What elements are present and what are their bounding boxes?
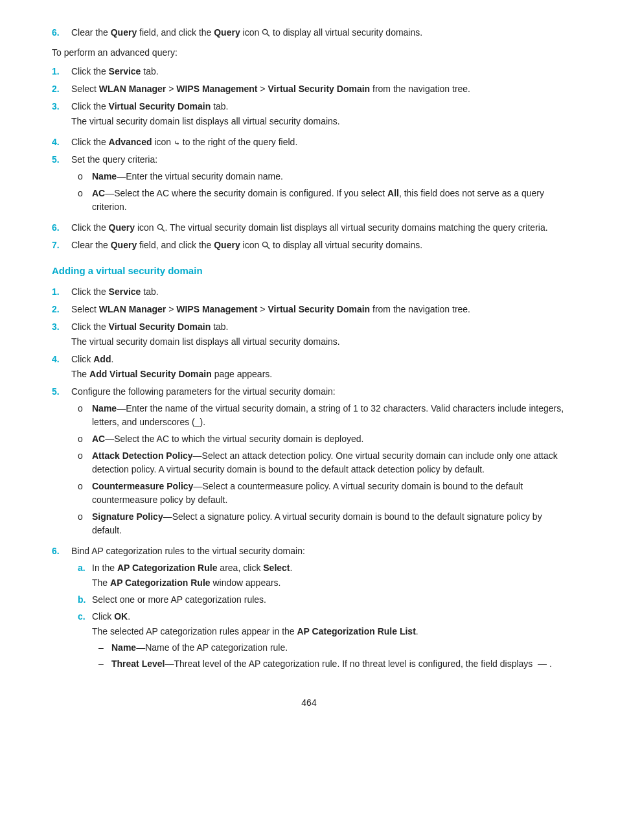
add-step-num-5: 5. (52, 385, 71, 399)
ap-cat-rule-bold-2: AP Categorization Rule (110, 578, 211, 588)
query-bold-1: Query (111, 27, 137, 38)
add-bold: Add (93, 354, 111, 364)
service-bold-1: Service (109, 66, 141, 76)
vsd-bold-2: Virtual Security Domain (268, 304, 370, 314)
add-step-num-6: 6. (52, 544, 71, 558)
adv-step-num-3: 3. (52, 100, 71, 113)
bullet-name-1: o (78, 170, 92, 183)
query-bold-3: Query (109, 222, 135, 233)
ac-bold-1: AC (92, 188, 105, 198)
svg-point-4 (157, 224, 162, 229)
adv-step-2: 2. Select WLAN Manager > WIPS Management… (52, 82, 566, 96)
sub-sub-name-text: Name—Name of the AP categorization rule. (111, 641, 288, 655)
add-sub-ac: o AC—Select the AC to which the virtual … (78, 432, 566, 446)
sub-c-subtext: The selected AP categorization rules app… (92, 625, 566, 638)
add-step-num-3: 3. (52, 320, 71, 334)
adv-step-num-4: 4. (52, 135, 71, 149)
select-bold: Select (263, 563, 290, 573)
sub-sub-threat: – Threat Level—Threat level of the AP ca… (98, 657, 566, 671)
wlan-manager-bold-2: WLAN Manager (99, 304, 166, 314)
adv-step-num-2: 2. (52, 82, 71, 96)
bullet-ac-2: o (78, 432, 92, 446)
add-step-5-sublist: o Name—Enter the name of the virtual sec… (78, 402, 566, 537)
adv-step-7: 7. Clear the Query field, and click the … (52, 239, 566, 252)
adv-step-num-6: 6. (52, 221, 71, 235)
advanced-intro-text: To perform an advanced query: (52, 47, 177, 58)
adv-step-num-7: 7. (52, 239, 71, 252)
advanced-steps: 1. Click the Service tab. 2. Select WLAN… (52, 65, 566, 252)
name-bold-3: Name (111, 642, 136, 653)
adv-step-1: 1. Click the Service tab. (52, 65, 566, 78)
add-step-4: 4. Click Add. The Add Virtual Security D… (52, 353, 566, 381)
step-num-6-pre: 6. (52, 26, 71, 40)
ap-cat-rule-list-bold: AP Categorization Rule List (297, 626, 416, 636)
letter-b: b. (78, 593, 92, 607)
top-step6-pre: 6. Clear the Query field, and click the … (52, 26, 566, 40)
adv-step-2-content: Select WLAN Manager > WIPS Management > … (71, 82, 566, 96)
sub-b-text: Select one or more AP categorization rul… (92, 593, 566, 607)
step6-pre-content: Clear the Query field, and click the Que… (71, 26, 566, 40)
sub-ac-2-text: AC—Select the AC to which the virtual se… (92, 432, 566, 446)
vsd-tab-bold-2: Virtual Security Domain (109, 321, 211, 332)
sub-sub-name: – Name—Name of the AP categorization rul… (98, 641, 566, 655)
add-step-4-sub: The Add Virtual Security Domain page app… (71, 368, 566, 381)
add-sub-name: o Name—Enter the name of the virtual sec… (78, 402, 566, 429)
adv-step-3-sub: The virtual security domain list display… (71, 115, 566, 128)
adv-step-3: 3. Click the Virtual Security Domain tab… (52, 100, 566, 132)
sub-a-text: In the AP Categorization Rule area, clic… (92, 561, 566, 590)
adv-step-6: 6. Click the Query icon . The virtual se… (52, 221, 566, 235)
add-sub-attack: o Attack Detection Policy—Select an atta… (78, 449, 566, 476)
countermeasure-bold: Countermeasure Policy (92, 481, 193, 491)
query-icon (262, 27, 270, 36)
adv-step-4: 4. Click the Advanced icon ⤷ to the righ… (52, 135, 566, 149)
svg-line-7 (267, 246, 269, 249)
add-step-1: 1. Click the Service tab. (52, 285, 566, 299)
add-step-5: 5. Configure the following parameters fo… (52, 385, 566, 541)
add-step-num-1: 1. (52, 285, 71, 299)
advanced-icon: ⤷ (174, 137, 180, 149)
attack-bold: Attack Detection Policy (92, 450, 193, 461)
sub-name-text: Name—Enter the virtual security domain n… (92, 170, 566, 183)
adv-step-5-sub-name: o Name—Enter the virtual security domain… (78, 170, 566, 183)
adv-step-num-5: 5. (52, 153, 71, 167)
advanced-intro: To perform an advanced query: (52, 46, 566, 60)
sub-c-sublist: – Name—Name of the AP categorization rul… (98, 641, 566, 671)
svg-point-6 (263, 242, 268, 246)
add-step-2: 2. Select WLAN Manager > WIPS Management… (52, 303, 566, 316)
add-step-6-content: Bind AP categorization rules to the virt… (71, 544, 566, 677)
add-step-3-content: Click the Virtual Security Domain tab. T… (71, 320, 566, 349)
bullet-ac-1: o (78, 187, 92, 200)
wips-mgmt-bold-1: WIPS Management (176, 84, 257, 94)
add-sub-a: a. In the AP Categorization Rule area, c… (78, 561, 566, 590)
add-step-6: 6. Bind AP categorization rules to the v… (52, 544, 566, 677)
vsd-tab-bold-1: Virtual Security Domain (109, 101, 211, 111)
add-step-num-4: 4. (52, 353, 71, 366)
add-step-3: 3. Click the Virtual Security Domain tab… (52, 320, 566, 349)
bullet-countermeasure: o (78, 480, 92, 493)
adv-step-num-1: 1. (52, 65, 71, 78)
adv-step-5: 5. Set the query criteria: o Name—Enter … (52, 153, 566, 217)
add-step-1-content: Click the Service tab. (71, 285, 566, 299)
adv-step-5-sublist: o Name—Enter the virtual security domain… (78, 170, 566, 214)
wlan-manager-bold-1: WLAN Manager (99, 84, 166, 94)
letter-c: c. (78, 610, 92, 624)
add-step-2-content: Select WLAN Manager > WIPS Management > … (71, 303, 566, 316)
bullet-name-2: o (78, 402, 92, 415)
name-bold-1: Name (92, 171, 117, 181)
svg-line-3 (267, 34, 269, 36)
add-step-4-content: Click Add. The Add Virtual Security Doma… (71, 353, 566, 381)
adv-step-1-content: Click the Service tab. (71, 65, 566, 78)
add-vsd-bold: Add Virtual Security Domain (89, 369, 212, 379)
sub-signature-text: Signature Policy—Select a signature poli… (92, 510, 566, 537)
add-sub-signature: o Signature Policy—Select a signature po… (78, 510, 566, 537)
sub-sub-threat-text: Threat Level—Threat level of the AP cate… (111, 657, 552, 671)
letter-a: a. (78, 561, 92, 575)
query-bold-2: Query (214, 27, 240, 38)
adv-step-4-content: Click the Advanced icon ⤷ to the right o… (71, 135, 566, 149)
svg-line-5 (161, 229, 164, 231)
query-bold-4: Query (111, 240, 137, 250)
service-bold-2: Service (109, 286, 141, 297)
add-sub-c: c. Click OK. The selected AP categorizat… (78, 610, 566, 673)
add-step-num-2: 2. (52, 303, 71, 316)
all-bold-1: All (387, 188, 399, 198)
